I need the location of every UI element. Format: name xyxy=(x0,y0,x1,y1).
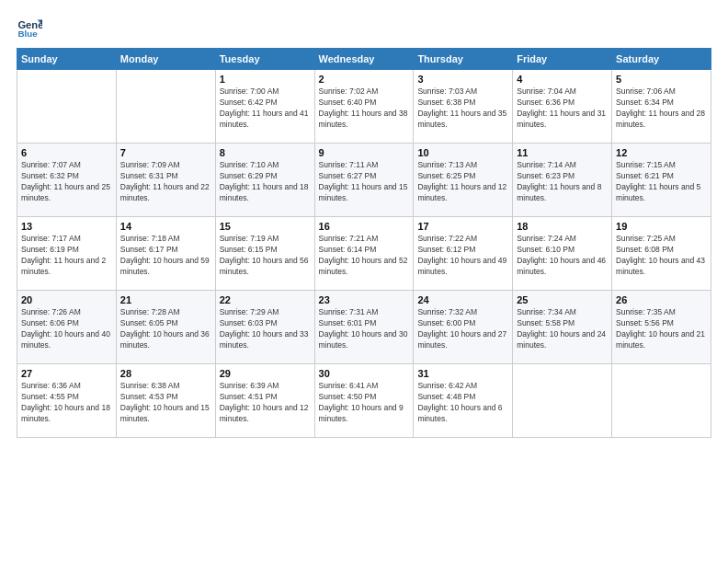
day-info: Sunrise: 7:10 AM Sunset: 6:29 PM Dayligh… xyxy=(220,160,311,204)
calendar-cell: 17 Sunrise: 7:22 AM Sunset: 6:12 PM Dayl… xyxy=(414,217,513,291)
calendar-cell: 14 Sunrise: 7:18 AM Sunset: 6:17 PM Dayl… xyxy=(116,217,215,291)
day-number: 29 xyxy=(220,368,311,379)
day-number: 4 xyxy=(517,74,608,85)
day-number: 13 xyxy=(21,221,112,232)
calendar-cell: 12 Sunrise: 7:15 AM Sunset: 6:21 PM Dayl… xyxy=(612,144,711,217)
day-info: Sunrise: 7:02 AM Sunset: 6:40 PM Dayligh… xyxy=(319,86,410,131)
day-number: 20 xyxy=(21,294,112,305)
logo: General Blue xyxy=(17,15,46,40)
day-number: 15 xyxy=(220,221,311,232)
calendar-cell xyxy=(17,70,117,144)
calendar-cell: 30 Sunrise: 6:41 AM Sunset: 4:50 PM Dayl… xyxy=(314,364,414,438)
day-number: 11 xyxy=(517,147,608,158)
day-info: Sunrise: 7:26 AM Sunset: 6:06 PM Dayligh… xyxy=(21,307,112,351)
calendar-cell: 20 Sunrise: 7:26 AM Sunset: 6:06 PM Dayl… xyxy=(17,291,117,364)
logo-icon: General Blue xyxy=(17,15,42,40)
calendar-cell: 3 Sunrise: 7:03 AM Sunset: 6:38 PM Dayli… xyxy=(414,70,513,144)
calendar-cell: 2 Sunrise: 7:02 AM Sunset: 6:40 PM Dayli… xyxy=(314,70,414,144)
day-number: 14 xyxy=(120,221,211,232)
day-info: Sunrise: 7:22 AM Sunset: 6:12 PM Dayligh… xyxy=(417,234,508,278)
day-header-friday: Friday xyxy=(513,49,612,70)
calendar-cell: 4 Sunrise: 7:04 AM Sunset: 6:36 PM Dayli… xyxy=(513,70,612,144)
day-info: Sunrise: 7:17 AM Sunset: 6:19 PM Dayligh… xyxy=(21,234,112,278)
day-number: 27 xyxy=(21,368,112,379)
calendar-cell: 31 Sunrise: 6:42 AM Sunset: 4:48 PM Dayl… xyxy=(414,364,513,438)
calendar-cell xyxy=(116,70,215,144)
day-header-wednesday: Wednesday xyxy=(314,49,414,70)
calendar-cell: 29 Sunrise: 6:39 AM Sunset: 4:51 PM Dayl… xyxy=(215,364,314,438)
calendar-cell: 27 Sunrise: 6:36 AM Sunset: 4:55 PM Dayl… xyxy=(17,364,117,438)
calendar-cell: 19 Sunrise: 7:25 AM Sunset: 6:08 PM Dayl… xyxy=(612,217,711,291)
day-number: 24 xyxy=(417,294,508,305)
day-info: Sunrise: 7:32 AM Sunset: 6:00 PM Dayligh… xyxy=(417,307,508,351)
day-number: 25 xyxy=(517,294,608,305)
svg-text:Blue: Blue xyxy=(17,29,38,39)
day-info: Sunrise: 7:25 AM Sunset: 6:08 PM Dayligh… xyxy=(616,234,707,278)
day-header-monday: Monday xyxy=(116,49,215,70)
calendar-cell: 16 Sunrise: 7:21 AM Sunset: 6:14 PM Dayl… xyxy=(314,217,414,291)
day-number: 31 xyxy=(417,368,508,379)
day-number: 23 xyxy=(319,294,410,305)
calendar-week-4: 20 Sunrise: 7:26 AM Sunset: 6:06 PM Dayl… xyxy=(17,291,711,364)
day-info: Sunrise: 7:35 AM Sunset: 5:56 PM Dayligh… xyxy=(616,307,707,351)
calendar-cell: 23 Sunrise: 7:31 AM Sunset: 6:01 PM Dayl… xyxy=(314,291,414,364)
calendar-week-5: 27 Sunrise: 6:36 AM Sunset: 4:55 PM Dayl… xyxy=(17,364,711,438)
day-number: 26 xyxy=(616,294,707,305)
calendar-cell xyxy=(612,364,711,438)
day-info: Sunrise: 7:24 AM Sunset: 6:10 PM Dayligh… xyxy=(517,234,608,278)
calendar-cell: 26 Sunrise: 7:35 AM Sunset: 5:56 PM Dayl… xyxy=(612,291,711,364)
header: General Blue xyxy=(17,15,711,40)
day-number: 3 xyxy=(417,74,508,85)
calendar-table: SundayMondayTuesdayWednesdayThursdayFrid… xyxy=(17,48,711,438)
day-info: Sunrise: 7:07 AM Sunset: 6:32 PM Dayligh… xyxy=(21,160,112,204)
day-number: 22 xyxy=(220,294,311,305)
day-info: Sunrise: 7:18 AM Sunset: 6:17 PM Dayligh… xyxy=(120,234,211,278)
day-info: Sunrise: 7:19 AM Sunset: 6:15 PM Dayligh… xyxy=(220,234,311,278)
day-header-thursday: Thursday xyxy=(414,49,513,70)
day-number: 18 xyxy=(517,221,608,232)
calendar-header-row: SundayMondayTuesdayWednesdayThursdayFrid… xyxy=(17,49,711,70)
day-info: Sunrise: 6:42 AM Sunset: 4:48 PM Dayligh… xyxy=(417,381,508,425)
day-header-saturday: Saturday xyxy=(612,49,711,70)
day-number: 10 xyxy=(417,147,508,158)
calendar-cell: 9 Sunrise: 7:11 AM Sunset: 6:27 PM Dayli… xyxy=(314,144,414,217)
day-number: 21 xyxy=(120,294,211,305)
day-number: 16 xyxy=(319,221,410,232)
day-info: Sunrise: 7:28 AM Sunset: 6:05 PM Dayligh… xyxy=(120,307,211,351)
day-info: Sunrise: 7:11 AM Sunset: 6:27 PM Dayligh… xyxy=(319,160,410,204)
calendar-cell: 21 Sunrise: 7:28 AM Sunset: 6:05 PM Dayl… xyxy=(116,291,215,364)
calendar-week-1: 1 Sunrise: 7:00 AM Sunset: 6:42 PM Dayli… xyxy=(17,70,711,144)
day-info: Sunrise: 6:39 AM Sunset: 4:51 PM Dayligh… xyxy=(220,381,311,425)
day-number: 5 xyxy=(616,74,707,85)
day-info: Sunrise: 7:00 AM Sunset: 6:42 PM Dayligh… xyxy=(220,86,311,131)
calendar-cell: 15 Sunrise: 7:19 AM Sunset: 6:15 PM Dayl… xyxy=(215,217,314,291)
day-number: 17 xyxy=(417,221,508,232)
day-info: Sunrise: 7:15 AM Sunset: 6:21 PM Dayligh… xyxy=(616,160,707,204)
day-info: Sunrise: 7:04 AM Sunset: 6:36 PM Dayligh… xyxy=(517,86,608,131)
day-info: Sunrise: 7:09 AM Sunset: 6:31 PM Dayligh… xyxy=(120,160,211,204)
calendar-cell: 22 Sunrise: 7:29 AM Sunset: 6:03 PM Dayl… xyxy=(215,291,314,364)
day-number: 30 xyxy=(319,368,410,379)
day-info: Sunrise: 7:06 AM Sunset: 6:34 PM Dayligh… xyxy=(616,86,707,131)
day-info: Sunrise: 7:34 AM Sunset: 5:58 PM Dayligh… xyxy=(517,307,608,351)
calendar-week-3: 13 Sunrise: 7:17 AM Sunset: 6:19 PM Dayl… xyxy=(17,217,711,291)
day-number: 2 xyxy=(319,74,410,85)
day-info: Sunrise: 6:41 AM Sunset: 4:50 PM Dayligh… xyxy=(319,381,410,425)
day-number: 19 xyxy=(616,221,707,232)
day-number: 12 xyxy=(616,147,707,158)
day-info: Sunrise: 7:13 AM Sunset: 6:25 PM Dayligh… xyxy=(417,160,508,204)
calendar-cell: 18 Sunrise: 7:24 AM Sunset: 6:10 PM Dayl… xyxy=(513,217,612,291)
calendar-cell: 13 Sunrise: 7:17 AM Sunset: 6:19 PM Dayl… xyxy=(17,217,117,291)
day-info: Sunrise: 7:29 AM Sunset: 6:03 PM Dayligh… xyxy=(220,307,311,351)
day-number: 6 xyxy=(21,147,112,158)
day-info: Sunrise: 7:14 AM Sunset: 6:23 PM Dayligh… xyxy=(517,160,608,204)
day-number: 7 xyxy=(120,147,211,158)
calendar-cell: 5 Sunrise: 7:06 AM Sunset: 6:34 PM Dayli… xyxy=(612,70,711,144)
calendar-cell: 24 Sunrise: 7:32 AM Sunset: 6:00 PM Dayl… xyxy=(414,291,513,364)
calendar-cell: 1 Sunrise: 7:00 AM Sunset: 6:42 PM Dayli… xyxy=(215,70,314,144)
calendar-week-2: 6 Sunrise: 7:07 AM Sunset: 6:32 PM Dayli… xyxy=(17,144,711,217)
day-number: 1 xyxy=(220,74,311,85)
calendar-cell: 11 Sunrise: 7:14 AM Sunset: 6:23 PM Dayl… xyxy=(513,144,612,217)
day-info: Sunrise: 7:21 AM Sunset: 6:14 PM Dayligh… xyxy=(319,234,410,278)
calendar-cell: 25 Sunrise: 7:34 AM Sunset: 5:58 PM Dayl… xyxy=(513,291,612,364)
